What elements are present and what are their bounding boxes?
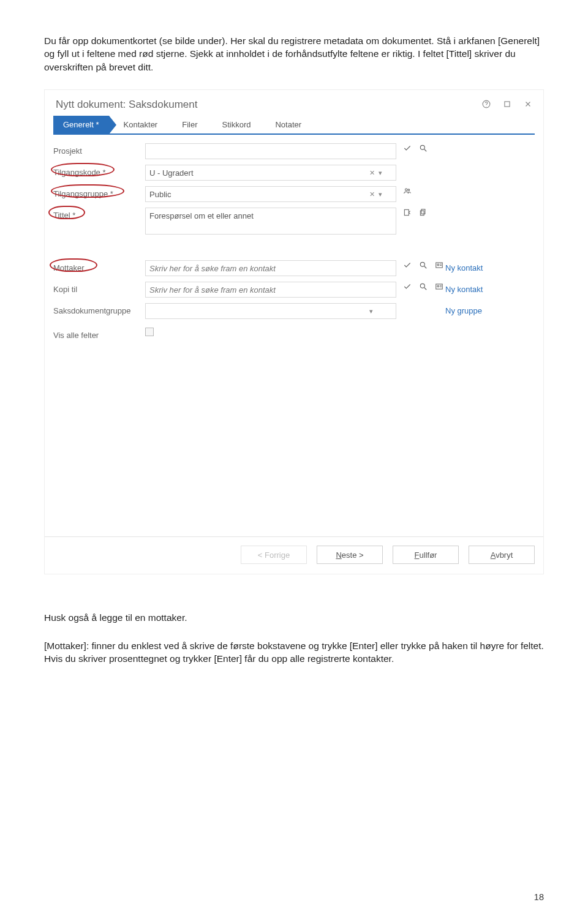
- page-number: 18: [534, 892, 544, 902]
- import-icon[interactable]: [402, 208, 412, 217]
- input-saksdokumentgruppe[interactable]: [145, 303, 396, 319]
- search-icon[interactable]: [418, 282, 428, 291]
- tab-generelt[interactable]: Generelt *: [53, 116, 109, 133]
- svg-point-4: [405, 189, 408, 191]
- clear-icon[interactable]: ✕: [369, 169, 375, 177]
- outro-paragraph-2: [Mottaker]: finner du enklest ved å skri…: [44, 639, 544, 666]
- label-saksdokumentgruppe: Saksdokumentgruppe: [53, 303, 145, 315]
- checkbox-vis-alle-felter[interactable]: [145, 328, 154, 336]
- svg-point-9: [420, 262, 424, 266]
- svg-point-5: [408, 189, 410, 191]
- finish-button[interactable]: Fullfør: [393, 546, 459, 564]
- dialog-tabs: Generelt * Kontakter Filer Stikkord Nota…: [53, 116, 535, 135]
- clear-icon[interactable]: ✕: [369, 190, 375, 198]
- dialog-header: Nytt dokument: Saksdokument: [45, 90, 543, 116]
- prev-button: < Forrige: [241, 546, 307, 564]
- tab-notater[interactable]: Notater: [265, 116, 311, 133]
- svg-point-3: [420, 145, 424, 149]
- label-tittel: Tittel *: [53, 208, 145, 220]
- svg-rect-7: [421, 209, 425, 214]
- cancel-button[interactable]: Avbryt: [469, 546, 535, 564]
- input-tilgangskode[interactable]: [145, 165, 396, 181]
- input-tittel[interactable]: Forespørsel om et eller annet: [145, 208, 396, 235]
- link-ny-kontakt[interactable]: Ny kontakt: [445, 263, 483, 272]
- svg-rect-8: [420, 211, 424, 216]
- contact-card-icon[interactable]: [434, 282, 444, 291]
- svg-point-11: [437, 264, 439, 266]
- tab-stikkord[interactable]: Stikkord: [212, 116, 260, 133]
- svg-rect-2: [505, 102, 510, 107]
- link-ny-gruppe[interactable]: Ny gruppe: [445, 306, 482, 315]
- contact-card-icon[interactable]: [434, 260, 444, 270]
- dialog-form: Prosjekt Tilgangskode * ✕ ▾: [45, 135, 543, 353]
- dialog-screenshot: Nytt dokument: Saksdokument Generelt * K…: [44, 89, 544, 574]
- input-mottaker[interactable]: [145, 260, 396, 276]
- label-vis-alle-felter: Vis alle felter: [53, 328, 145, 340]
- chevron-down-icon[interactable]: ▾: [369, 307, 373, 315]
- input-tilgangsgruppe[interactable]: [145, 186, 396, 202]
- help-icon[interactable]: [482, 100, 491, 110]
- input-prosjekt[interactable]: [145, 143, 396, 159]
- dialog-footer: < Forrige Neste > Fullfør Avbryt: [45, 536, 543, 574]
- label-prosjekt: Prosjekt: [53, 143, 145, 156]
- group-icon[interactable]: [402, 186, 412, 196]
- link-ny-kontakt[interactable]: Ny kontakt: [445, 285, 483, 294]
- check-icon[interactable]: [402, 282, 412, 291]
- search-icon[interactable]: [418, 260, 428, 270]
- svg-point-14: [437, 285, 439, 287]
- check-icon[interactable]: [402, 260, 412, 270]
- dialog-title: Nytt dokument: Saksdokument: [56, 99, 198, 111]
- copy-icon[interactable]: [418, 208, 428, 217]
- label-tilgangskode: Tilgangskode *: [53, 165, 145, 177]
- maximize-icon[interactable]: [503, 100, 511, 110]
- svg-rect-6: [404, 209, 409, 215]
- search-icon[interactable]: [418, 143, 428, 153]
- input-kopi-til[interactable]: [145, 282, 396, 298]
- label-kopi-til: Kopi til: [53, 282, 145, 294]
- intro-paragraph: Du får opp dokumentkortet (se bilde unde…: [44, 34, 544, 73]
- chevron-down-icon[interactable]: ▾: [379, 169, 382, 177]
- outro-paragraph-1: Husk også å legge til en mottaker.: [44, 611, 544, 624]
- next-button[interactable]: Neste >: [317, 546, 383, 564]
- label-mottaker: Mottaker: [53, 260, 145, 272]
- close-icon[interactable]: [524, 100, 532, 110]
- svg-point-12: [420, 284, 424, 288]
- tab-kontakter[interactable]: Kontakter: [114, 116, 168, 133]
- svg-point-1: [486, 106, 487, 107]
- check-icon[interactable]: [402, 143, 412, 153]
- label-tilgangsgruppe: Tilgangsgruppe *: [53, 186, 145, 198]
- tab-filer[interactable]: Filer: [172, 116, 207, 133]
- chevron-down-icon[interactable]: ▾: [379, 190, 382, 198]
